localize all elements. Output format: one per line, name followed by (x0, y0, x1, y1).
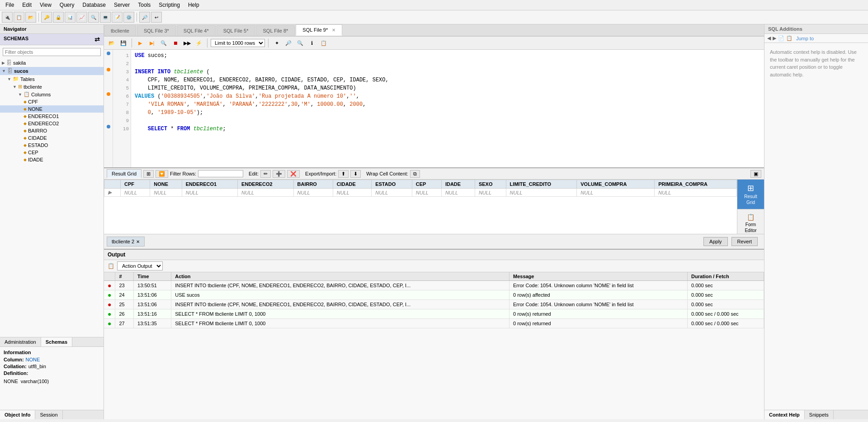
stop-btn[interactable]: ⏹ (170, 38, 180, 48)
toolbar-btn6[interactable]: 💻 (100, 12, 111, 23)
filter-rows-icon[interactable]: 🔽 (156, 170, 168, 178)
save-file-btn[interactable]: 💾 (118, 38, 128, 48)
new-schema-btn[interactable]: 📋 (14, 12, 24, 23)
cell-cep[interactable]: NULL (412, 189, 441, 197)
filter-objects-input[interactable] (3, 48, 101, 56)
tree-schema-sakila[interactable]: ▶ 🗄 sakila (0, 59, 104, 67)
edit-btn3[interactable]: ❌ (287, 170, 300, 178)
cell-bairro[interactable]: NULL (293, 189, 333, 197)
menu-tools[interactable]: Tools (134, 1, 154, 9)
wrap-btn[interactable]: ⧉ (410, 170, 420, 178)
menu-view[interactable]: View (36, 1, 55, 9)
tree-col-estado[interactable]: ◆ ESTADO (0, 142, 104, 149)
close-tab2-btn[interactable]: ✕ (136, 239, 140, 244)
output-row-26[interactable]: ● 26 13:51:16 SELECT * FROM tbcliente LI… (104, 309, 764, 319)
nav-back-btn[interactable]: ◀ (767, 35, 771, 41)
col-header-sexo[interactable]: SEXO (475, 180, 506, 189)
continue-btn[interactable]: ▶▶ (182, 38, 192, 48)
menu-edit[interactable]: Edit (19, 1, 35, 9)
tree-col-endereco1[interactable]: ◆ ENDERECO1 (0, 113, 104, 120)
apply-btn[interactable]: Apply (703, 237, 728, 246)
find-btn[interactable]: 🔎 (283, 38, 293, 48)
tab-schemas[interactable]: Schemas (41, 337, 72, 346)
toolbar-btn4[interactable]: 📈 (76, 12, 87, 23)
output-row-25[interactable]: ● 25 13:51:06 INSERT INTO tbcliente (CPF… (104, 300, 764, 309)
col-header-cpf[interactable]: CPF (121, 180, 150, 189)
revert-btn[interactable]: Revert (731, 237, 758, 246)
open-file-btn[interactable]: 📂 (107, 38, 117, 48)
edit-btn2[interactable]: ➕ (273, 170, 285, 178)
col-header-action[interactable]: Action (171, 272, 509, 281)
explain-btn[interactable]: 🔍 (159, 38, 169, 48)
cell-estado[interactable]: NULL (372, 189, 412, 197)
form-editor-side-btn[interactable]: 📋 FormEditor (737, 209, 764, 234)
output-table-area[interactable]: # Time Action Message Duration / Fetch ●… (104, 272, 764, 419)
col-header-none[interactable]: NONE (150, 180, 182, 189)
col-header-message[interactable]: Message (509, 272, 687, 281)
result-grid-icon[interactable]: ⊞ (143, 170, 154, 178)
context-help-tab[interactable]: Context Help (764, 410, 805, 419)
result-data-row[interactable]: ▶ NULL NULL NULL NULL NULL NULL NULL NUL… (104, 189, 737, 197)
filter-rows-input[interactable] (198, 170, 243, 177)
beautify-btn[interactable]: ✦ (272, 38, 282, 48)
col-header-cep[interactable]: CEP (412, 180, 441, 189)
output-row-24[interactable]: ● 24 13:51:06 USE sucos 0 row(s) affecte… (104, 290, 764, 300)
toolbar-btn8[interactable]: ⚙️ (123, 12, 134, 23)
close-tab-btn[interactable]: ✕ (332, 28, 335, 33)
nav-help-btn1[interactable]: 📄 (778, 35, 784, 41)
col-header-endereco2[interactable]: ENDERECO2 (238, 180, 293, 189)
toolbar-btn3[interactable]: 📊 (65, 12, 75, 23)
run-selected-btn[interactable]: ▶| (147, 38, 157, 48)
tab-administration[interactable]: Administration (0, 337, 41, 346)
result-grid-tab[interactable]: Result Grid (107, 169, 142, 178)
tab-sql4[interactable]: SQL File 4* (177, 25, 216, 36)
toolbar-btn1[interactable]: 🔑 (41, 12, 52, 23)
tab-sql8[interactable]: SQL File 8* (256, 25, 295, 36)
output-row-27[interactable]: ● 27 13:51:35 SELECT * FROM tbcliente LI… (104, 319, 764, 328)
col-header-idade[interactable]: IDADE (441, 180, 475, 189)
tab-tbcliente[interactable]: tbcliente (104, 25, 136, 36)
code-content[interactable]: USE sucos; INSERT INTO tbcliente ( CPF, … (131, 50, 392, 167)
toolbar-btn7[interactable]: 📝 (112, 12, 123, 23)
tab-sql9[interactable]: SQL File 9* ✕ (296, 24, 342, 36)
tree-col-cep[interactable]: ◆ CEP (0, 149, 104, 156)
cell-limite[interactable]: NULL (506, 189, 577, 197)
cell-sexo[interactable]: NULL (475, 189, 506, 197)
cell-none[interactable]: NULL (150, 189, 182, 197)
tab-sql5[interactable]: SQL File 5* (217, 25, 255, 36)
col-header-endereco1[interactable]: ENDERECO1 (182, 180, 237, 189)
menu-scripting[interactable]: Scripting (155, 1, 184, 9)
open-sql-btn[interactable]: 📂 (25, 12, 36, 23)
export-btn2[interactable]: ⬇ (350, 170, 361, 178)
tree-tables-folder[interactable]: ▼ 📁 Tables (0, 75, 104, 83)
result-grid-side-btn[interactable]: ⊞ ResultGrid (737, 180, 764, 209)
toggle-panel-btn[interactable]: ▣ (750, 170, 761, 178)
snippets-tab[interactable]: Snippets (805, 410, 834, 419)
commit-btn[interactable]: ⚡ (194, 38, 204, 48)
limit-select[interactable]: Limit to 1000 rows (211, 39, 265, 47)
tree-col-bairro[interactable]: ◆ BAIRRO (0, 127, 104, 134)
schemas-toggle-icon[interactable]: ⇄ (94, 36, 100, 43)
toolbar-btn9[interactable]: 🔎 (139, 12, 150, 23)
new-connection-btn[interactable]: 🔌 (2, 12, 13, 23)
cell-cpf[interactable]: NULL (121, 189, 150, 197)
cell-primeira[interactable]: NULL (655, 189, 737, 197)
action-output-select[interactable]: Action Output (117, 261, 163, 270)
cell-cidade[interactable]: NULL (333, 189, 371, 197)
col-header-num[interactable]: # (115, 272, 134, 281)
toolbar-btn5[interactable]: 🔍 (88, 12, 99, 23)
tab-object-info[interactable]: Object Info (0, 410, 35, 419)
col-header-estado[interactable]: ESTADO (372, 180, 412, 189)
cell-volume[interactable]: NULL (577, 189, 655, 197)
tab-sql3[interactable]: SQL File 3* (137, 25, 176, 36)
tbcliente2-tab[interactable]: tbcliente 2 ✕ (107, 237, 145, 247)
tree-col-cpf[interactable]: ◆ CPF (0, 98, 104, 105)
menu-query[interactable]: Query (56, 1, 78, 9)
code-editor[interactable]: 12345 678910 USE sucos; INSERT INTO tbcl… (104, 50, 764, 167)
col-header-cidade[interactable]: CIDADE (333, 180, 371, 189)
cell-endereco1[interactable]: NULL (182, 189, 237, 197)
jump-to-link[interactable]: Jump to (796, 36, 814, 41)
export-btn1[interactable]: ⬆ (338, 170, 349, 178)
col-header-primeira[interactable]: PRIMEIRA_COMPRA (655, 180, 737, 189)
toolbar-btn10[interactable]: ↩ (151, 12, 162, 23)
